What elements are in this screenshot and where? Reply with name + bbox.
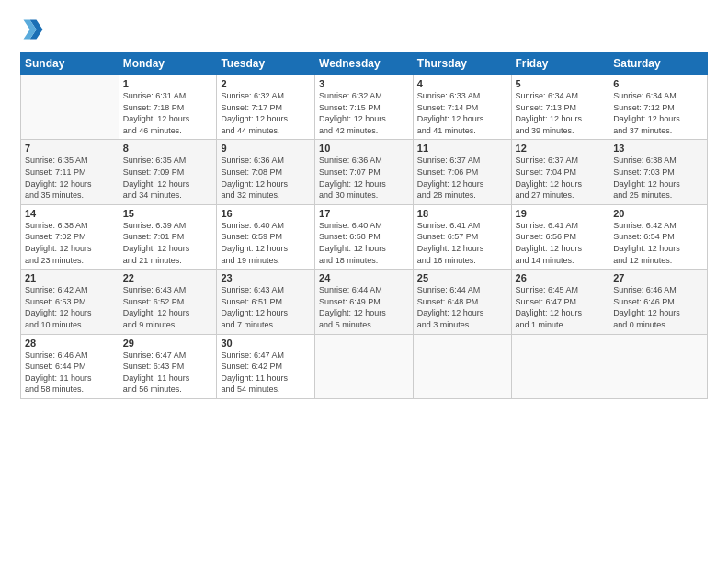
- day-info: Sunrise: 6:39 AMSunset: 7:01 PMDaylight:…: [123, 220, 213, 266]
- day-cell: 9Sunrise: 6:36 AMSunset: 7:08 PMDaylight…: [217, 140, 315, 204]
- calendar-table: SundayMondayTuesdayWednesdayThursdayFrid…: [20, 52, 708, 399]
- day-cell: 23Sunrise: 6:43 AMSunset: 6:51 PMDayligh…: [217, 270, 315, 334]
- day-cell: 28Sunrise: 6:46 AMSunset: 6:44 PMDayligh…: [21, 334, 119, 398]
- day-info: Sunrise: 6:37 AMSunset: 7:04 PMDaylight:…: [516, 155, 606, 201]
- day-cell: 21Sunrise: 6:42 AMSunset: 6:53 PMDayligh…: [21, 270, 119, 334]
- day-info: Sunrise: 6:35 AMSunset: 7:09 PMDaylight:…: [123, 155, 213, 201]
- page: SundayMondayTuesdayWednesdayThursdayFrid…: [0, 0, 728, 563]
- day-cell: [315, 334, 414, 398]
- day-info: Sunrise: 6:46 AMSunset: 6:44 PMDaylight:…: [25, 350, 115, 396]
- day-cell: 12Sunrise: 6:37 AMSunset: 7:04 PMDayligh…: [511, 140, 609, 204]
- day-cell: 24Sunrise: 6:44 AMSunset: 6:49 PMDayligh…: [315, 270, 414, 334]
- day-cell: 18Sunrise: 6:41 AMSunset: 6:57 PMDayligh…: [413, 204, 511, 269]
- day-info: Sunrise: 6:44 AMSunset: 6:49 PMDaylight:…: [319, 284, 409, 330]
- day-number: 23: [221, 272, 311, 283]
- day-cell: [21, 75, 119, 140]
- day-info: Sunrise: 6:40 AMSunset: 6:58 PMDaylight:…: [319, 220, 409, 266]
- day-cell: 7Sunrise: 6:35 AMSunset: 7:11 PMDaylight…: [21, 140, 119, 204]
- day-cell: 1Sunrise: 6:31 AMSunset: 7:18 PMDaylight…: [119, 75, 217, 140]
- day-cell: 15Sunrise: 6:39 AMSunset: 7:01 PMDayligh…: [119, 204, 217, 269]
- day-number: 3: [319, 78, 409, 89]
- logo-icon: [20, 17, 46, 42]
- day-cell: [413, 334, 511, 398]
- day-number: 27: [613, 272, 703, 283]
- day-number: 12: [516, 143, 606, 154]
- day-cell: [511, 334, 609, 398]
- day-info: Sunrise: 6:41 AMSunset: 6:56 PMDaylight:…: [516, 220, 606, 266]
- day-cell: 5Sunrise: 6:34 AMSunset: 7:13 PMDaylight…: [511, 75, 609, 140]
- day-info: Sunrise: 6:42 AMSunset: 6:53 PMDaylight:…: [25, 284, 115, 330]
- day-cell: 6Sunrise: 6:34 AMSunset: 7:12 PMDaylight…: [609, 75, 708, 140]
- weekday-header-thursday: Thursday: [413, 52, 511, 75]
- day-cell: 17Sunrise: 6:40 AMSunset: 6:58 PMDayligh…: [315, 204, 414, 269]
- day-cell: 8Sunrise: 6:35 AMSunset: 7:09 PMDaylight…: [119, 140, 217, 204]
- day-number: 14: [25, 208, 115, 219]
- header: [20, 17, 708, 42]
- day-info: Sunrise: 6:44 AMSunset: 6:48 PMDaylight:…: [417, 284, 507, 330]
- weekday-header-sunday: Sunday: [21, 52, 119, 75]
- day-info: Sunrise: 6:32 AMSunset: 7:15 PMDaylight:…: [319, 90, 409, 136]
- day-info: Sunrise: 6:36 AMSunset: 7:07 PMDaylight:…: [319, 155, 409, 201]
- day-cell: 29Sunrise: 6:47 AMSunset: 6:43 PMDayligh…: [119, 334, 217, 398]
- day-number: 10: [319, 143, 409, 154]
- day-cell: 22Sunrise: 6:43 AMSunset: 6:52 PMDayligh…: [119, 270, 217, 334]
- day-info: Sunrise: 6:35 AMSunset: 7:11 PMDaylight:…: [25, 155, 115, 201]
- day-number: 11: [417, 143, 507, 154]
- day-number: 28: [25, 338, 115, 349]
- day-cell: 26Sunrise: 6:45 AMSunset: 6:47 PMDayligh…: [511, 270, 609, 334]
- day-number: 26: [516, 272, 606, 283]
- day-info: Sunrise: 6:32 AMSunset: 7:17 PMDaylight:…: [221, 90, 311, 136]
- day-cell: 25Sunrise: 6:44 AMSunset: 6:48 PMDayligh…: [413, 270, 511, 334]
- day-number: 24: [319, 272, 409, 283]
- day-number: 20: [613, 208, 703, 219]
- day-number: 30: [221, 338, 311, 349]
- day-number: 25: [417, 272, 507, 283]
- day-info: Sunrise: 6:43 AMSunset: 6:52 PMDaylight:…: [123, 284, 213, 330]
- week-row-3: 14Sunrise: 6:38 AMSunset: 7:02 PMDayligh…: [21, 204, 708, 269]
- day-number: 19: [516, 208, 606, 219]
- day-cell: 20Sunrise: 6:42 AMSunset: 6:54 PMDayligh…: [609, 204, 708, 269]
- day-info: Sunrise: 6:41 AMSunset: 6:57 PMDaylight:…: [417, 220, 507, 266]
- day-cell: [609, 334, 708, 398]
- day-number: 2: [221, 78, 311, 89]
- day-number: 21: [25, 272, 115, 283]
- weekday-header-wednesday: Wednesday: [315, 52, 414, 75]
- day-info: Sunrise: 6:37 AMSunset: 7:06 PMDaylight:…: [417, 155, 507, 201]
- day-info: Sunrise: 6:34 AMSunset: 7:13 PMDaylight:…: [516, 90, 606, 136]
- day-info: Sunrise: 6:36 AMSunset: 7:08 PMDaylight:…: [221, 155, 311, 201]
- weekday-header-tuesday: Tuesday: [217, 52, 315, 75]
- day-number: 17: [319, 208, 409, 219]
- day-info: Sunrise: 6:38 AMSunset: 7:02 PMDaylight:…: [25, 220, 115, 266]
- day-cell: 27Sunrise: 6:46 AMSunset: 6:46 PMDayligh…: [609, 270, 708, 334]
- weekday-header-monday: Monday: [119, 52, 217, 75]
- day-info: Sunrise: 6:47 AMSunset: 6:43 PMDaylight:…: [123, 350, 213, 396]
- day-number: 1: [123, 78, 213, 89]
- day-number: 7: [25, 143, 115, 154]
- day-info: Sunrise: 6:31 AMSunset: 7:18 PMDaylight:…: [123, 90, 213, 136]
- day-cell: 16Sunrise: 6:40 AMSunset: 6:59 PMDayligh…: [217, 204, 315, 269]
- day-cell: 4Sunrise: 6:33 AMSunset: 7:14 PMDaylight…: [413, 75, 511, 140]
- day-info: Sunrise: 6:47 AMSunset: 6:42 PMDaylight:…: [221, 350, 311, 396]
- day-cell: 10Sunrise: 6:36 AMSunset: 7:07 PMDayligh…: [315, 140, 414, 204]
- day-cell: 30Sunrise: 6:47 AMSunset: 6:42 PMDayligh…: [217, 334, 315, 398]
- day-info: Sunrise: 6:42 AMSunset: 6:54 PMDaylight:…: [613, 220, 703, 266]
- weekday-header-friday: Friday: [511, 52, 609, 75]
- day-info: Sunrise: 6:38 AMSunset: 7:03 PMDaylight:…: [613, 155, 703, 201]
- weekday-header-saturday: Saturday: [609, 52, 708, 75]
- day-number: 6: [613, 78, 703, 89]
- day-number: 29: [123, 338, 213, 349]
- day-number: 8: [123, 143, 213, 154]
- day-info: Sunrise: 6:43 AMSunset: 6:51 PMDaylight:…: [221, 284, 311, 330]
- day-number: 13: [613, 143, 703, 154]
- day-cell: 14Sunrise: 6:38 AMSunset: 7:02 PMDayligh…: [21, 204, 119, 269]
- day-number: 16: [221, 208, 311, 219]
- week-row-4: 21Sunrise: 6:42 AMSunset: 6:53 PMDayligh…: [21, 270, 708, 334]
- day-number: 18: [417, 208, 507, 219]
- day-cell: 2Sunrise: 6:32 AMSunset: 7:17 PMDaylight…: [217, 75, 315, 140]
- day-number: 15: [123, 208, 213, 219]
- weekday-header-row: SundayMondayTuesdayWednesdayThursdayFrid…: [21, 52, 708, 75]
- day-info: Sunrise: 6:40 AMSunset: 6:59 PMDaylight:…: [221, 220, 311, 266]
- day-number: 22: [123, 272, 213, 283]
- logo: [20, 17, 50, 42]
- day-cell: 3Sunrise: 6:32 AMSunset: 7:15 PMDaylight…: [315, 75, 414, 140]
